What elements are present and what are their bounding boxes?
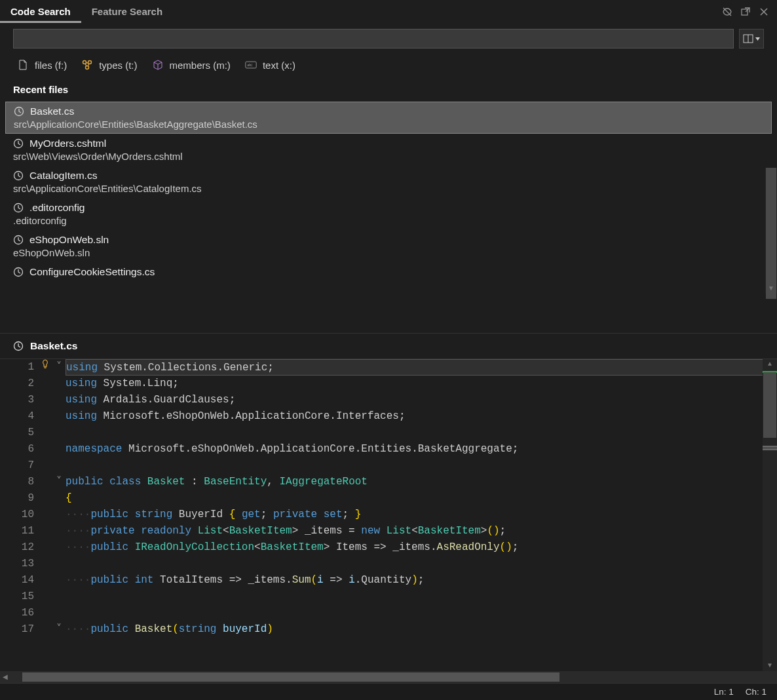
result-name: MyOrders.cshtml xyxy=(29,138,106,149)
filter-members[interactable]: members (m:) xyxy=(152,59,231,71)
preview-file-title: Basket.cs xyxy=(30,340,77,352)
result-name: CatalogItem.cs xyxy=(29,170,97,182)
filter-label: files (f:) xyxy=(35,60,67,71)
results-scrollbar[interactable]: ▲ ▼ xyxy=(765,168,777,294)
code-editor[interactable]: 1234567891011121314151617 ˅˅˅ using Syst… xyxy=(0,359,777,671)
code-scrollbar[interactable]: ▲ ▼ xyxy=(763,359,777,671)
types-icon xyxy=(81,59,93,71)
eye-off-icon[interactable] xyxy=(722,7,732,17)
filter-label: types (t:) xyxy=(99,60,137,71)
clock-icon xyxy=(13,170,24,181)
result-path: src\ApplicationCore\Entities\BasketAggre… xyxy=(14,119,763,130)
result-item[interactable]: eShopOnWeb.slneShopOnWeb.sln xyxy=(0,230,777,262)
tab-feature-search[interactable]: Feature Search xyxy=(81,1,173,23)
result-item[interactable]: .editorconfig.editorconfig xyxy=(0,198,777,230)
result-path: .editorconfig xyxy=(13,215,764,226)
result-path: src\ApplicationCore\Entities\CatalogItem… xyxy=(13,183,764,194)
filter-text[interactable]: ab| text (x:) xyxy=(245,59,295,71)
clock-icon xyxy=(13,235,24,245)
clock-icon xyxy=(13,267,24,277)
clock-icon xyxy=(13,341,24,351)
result-item[interactable]: ConfigureCookieSettings.cs xyxy=(0,262,777,282)
close-icon[interactable] xyxy=(759,7,769,17)
horizontal-scrollbar[interactable]: ◀ xyxy=(0,671,777,683)
file-icon xyxy=(17,59,29,71)
clock-icon xyxy=(14,106,24,117)
recent-files-header: Recent files xyxy=(0,77,777,102)
filter-label: text (x:) xyxy=(263,60,295,71)
members-icon xyxy=(152,59,164,71)
status-line: Ln: 1 xyxy=(714,687,734,697)
status-char: Ch: 1 xyxy=(746,687,767,697)
result-name: Basket.cs xyxy=(30,106,74,117)
result-name: eShopOnWeb.sln xyxy=(29,234,109,246)
svg-point-4 xyxy=(88,61,92,64)
svg-rect-0 xyxy=(742,9,748,15)
result-item[interactable]: Basket.cssrc\ApplicationCore\Entities\Ba… xyxy=(5,102,772,134)
filter-label: members (m:) xyxy=(170,60,231,71)
svg-text:ab|: ab| xyxy=(247,62,252,67)
svg-point-3 xyxy=(83,61,86,64)
filter-files[interactable]: files (f:) xyxy=(17,59,67,71)
search-input[interactable] xyxy=(13,29,734,49)
svg-point-5 xyxy=(86,66,89,69)
tab-code-search[interactable]: Code Search xyxy=(0,1,81,23)
result-item[interactable]: CatalogItem.cssrc\ApplicationCore\Entiti… xyxy=(0,166,777,198)
text-icon: ab| xyxy=(245,59,257,71)
clock-icon xyxy=(13,138,24,149)
view-mode-button[interactable] xyxy=(739,29,764,49)
result-path: eShopOnWeb.sln xyxy=(13,247,764,258)
result-name: ConfigureCookieSettings.cs xyxy=(29,266,155,278)
clock-icon xyxy=(13,203,24,213)
result-path: src\Web\Views\Order\MyOrders.cshtml xyxy=(13,151,764,162)
popout-icon[interactable] xyxy=(740,7,751,17)
result-item[interactable]: MyOrders.cshtmlsrc\Web\Views\Order\MyOrd… xyxy=(0,134,777,166)
filter-types[interactable]: types (t:) xyxy=(81,59,137,71)
results-pane: Recent files Basket.cssrc\ApplicationCor… xyxy=(0,77,777,333)
result-name: .editorconfig xyxy=(29,202,85,214)
